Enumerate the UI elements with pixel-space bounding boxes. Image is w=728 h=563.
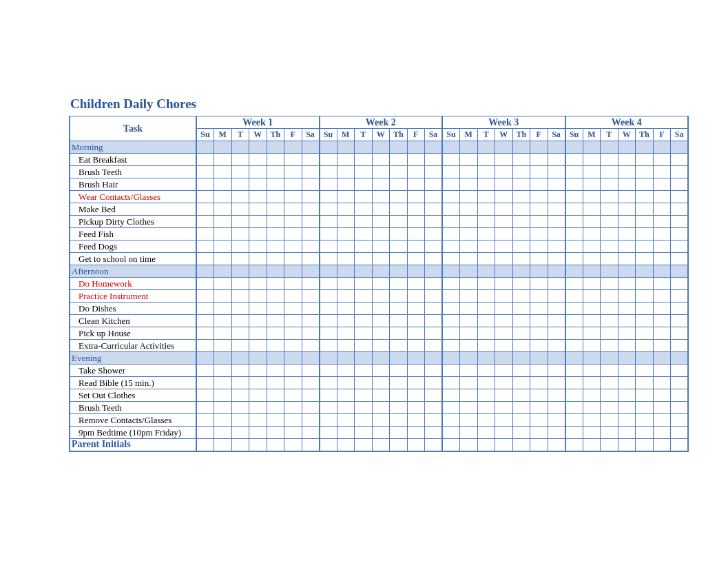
check-cell[interactable] [460, 228, 478, 240]
check-cell[interactable] [355, 141, 373, 154]
check-cell[interactable] [601, 228, 618, 240]
check-cell[interactable] [530, 315, 548, 327]
check-cell[interactable] [477, 253, 495, 265]
check-cell[interactable] [214, 340, 232, 352]
check-cell[interactable] [407, 365, 425, 377]
check-cell[interactable] [565, 352, 583, 365]
check-cell[interactable] [249, 166, 267, 178]
check-cell[interactable] [477, 377, 495, 389]
check-cell[interactable] [196, 303, 214, 315]
check-cell[interactable] [231, 377, 249, 389]
check-cell[interactable] [548, 191, 565, 203]
check-cell[interactable] [267, 303, 284, 315]
check-cell[interactable] [267, 290, 284, 303]
check-cell[interactable] [495, 253, 513, 265]
check-cell[interactable] [249, 290, 267, 303]
check-cell[interactable] [512, 216, 530, 228]
check-cell[interactable] [231, 315, 249, 327]
check-cell[interactable] [601, 327, 618, 340]
check-cell[interactable] [407, 439, 425, 451]
check-cell[interactable] [442, 427, 460, 439]
check-cell[interactable] [460, 439, 478, 451]
check-cell[interactable] [355, 402, 373, 414]
check-cell[interactable] [320, 402, 337, 414]
check-cell[interactable] [214, 427, 232, 439]
check-cell[interactable] [231, 303, 249, 315]
check-cell[interactable] [249, 340, 267, 352]
check-cell[interactable] [231, 154, 249, 166]
check-cell[interactable] [196, 141, 214, 154]
check-cell[interactable] [583, 228, 601, 240]
check-cell[interactable] [267, 389, 284, 402]
check-cell[interactable] [601, 352, 618, 365]
check-cell[interactable] [196, 240, 214, 253]
check-cell[interactable] [618, 228, 636, 240]
check-cell[interactable] [372, 154, 390, 166]
check-cell[interactable] [512, 402, 530, 414]
check-cell[interactable] [337, 265, 355, 278]
check-cell[interactable] [548, 178, 565, 191]
check-cell[interactable] [530, 340, 548, 352]
check-cell[interactable] [548, 352, 565, 365]
check-cell[interactable] [530, 253, 548, 265]
check-cell[interactable] [495, 228, 513, 240]
check-cell[interactable] [512, 327, 530, 340]
check-cell[interactable] [442, 290, 460, 303]
check-cell[interactable] [302, 265, 320, 278]
check-cell[interactable] [390, 303, 408, 315]
check-cell[interactable] [337, 389, 355, 402]
check-cell[interactable] [601, 278, 618, 290]
check-cell[interactable] [442, 414, 460, 427]
check-cell[interactable] [355, 414, 373, 427]
check-cell[interactable] [671, 402, 689, 414]
check-cell[interactable] [618, 352, 636, 365]
check-cell[interactable] [390, 178, 408, 191]
check-cell[interactable] [372, 377, 390, 389]
check-cell[interactable] [530, 178, 548, 191]
check-cell[interactable] [337, 253, 355, 265]
check-cell[interactable] [477, 389, 495, 402]
check-cell[interactable] [320, 352, 337, 365]
check-cell[interactable] [618, 389, 636, 402]
check-cell[interactable] [601, 365, 618, 377]
check-cell[interactable] [671, 315, 689, 327]
check-cell[interactable] [442, 253, 460, 265]
check-cell[interactable] [407, 389, 425, 402]
check-cell[interactable] [214, 228, 232, 240]
check-cell[interactable] [390, 203, 408, 216]
check-cell[interactable] [565, 191, 583, 203]
check-cell[interactable] [460, 290, 478, 303]
check-cell[interactable] [512, 154, 530, 166]
check-cell[interactable] [196, 427, 214, 439]
check-cell[interactable] [214, 216, 232, 228]
check-cell[interactable] [320, 327, 337, 340]
check-cell[interactable] [284, 240, 302, 253]
check-cell[interactable] [565, 427, 583, 439]
check-cell[interactable] [249, 365, 267, 377]
check-cell[interactable] [653, 439, 671, 451]
check-cell[interactable] [442, 315, 460, 327]
check-cell[interactable] [407, 315, 425, 327]
check-cell[interactable] [231, 141, 249, 154]
check-cell[interactable] [477, 414, 495, 427]
check-cell[interactable] [425, 377, 443, 389]
check-cell[interactable] [460, 377, 478, 389]
check-cell[interactable] [565, 203, 583, 216]
check-cell[interactable] [337, 228, 355, 240]
check-cell[interactable] [601, 265, 618, 278]
check-cell[interactable] [302, 216, 320, 228]
check-cell[interactable] [407, 178, 425, 191]
check-cell[interactable] [671, 203, 689, 216]
check-cell[interactable] [249, 389, 267, 402]
check-cell[interactable] [442, 154, 460, 166]
check-cell[interactable] [284, 203, 302, 216]
check-cell[interactable] [302, 290, 320, 303]
check-cell[interactable] [372, 216, 390, 228]
check-cell[interactable] [530, 327, 548, 340]
check-cell[interactable] [390, 389, 408, 402]
check-cell[interactable] [425, 166, 443, 178]
check-cell[interactable] [249, 240, 267, 253]
check-cell[interactable] [372, 327, 390, 340]
check-cell[interactable] [442, 278, 460, 290]
check-cell[interactable] [390, 253, 408, 265]
